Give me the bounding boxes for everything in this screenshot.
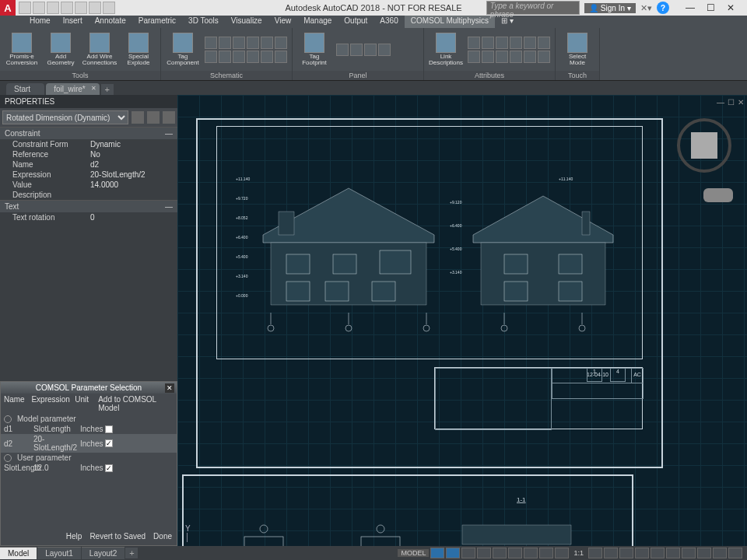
select-mode-button[interactable]: Select Mode [560,33,594,66]
tab-comsol-multiphysics[interactable]: COMSOL Multiphysics [405,16,495,28]
cleanscreen-icon[interactable] [713,548,727,558]
nav-bar[interactable] [703,188,733,202]
qat-save-icon[interactable] [47,2,59,14]
comsol-row-d2[interactable]: d220-SlotLength/2Inches [1,434,177,453]
selectobjects-icon[interactable] [147,111,160,124]
qat-open-icon[interactable] [33,2,45,14]
doc-maximize-icon[interactable]: ☐ [728,98,735,107]
ribbon-small-icon[interactable] [538,37,550,49]
tab-insert[interactable]: Insert [57,16,89,28]
ribbon-small-icon[interactable] [524,51,536,63]
ribbon-small-icon[interactable] [364,44,377,56]
tab-3d-tools[interactable]: 3D Tools [182,16,225,28]
comsol-row-d1[interactable]: d1SlotLengthInches [1,424,177,434]
qat-undo-icon[interactable] [89,2,101,14]
ribbon-small-icon[interactable] [219,37,231,49]
tag-component-button[interactable]: Tag Component [166,33,200,66]
ribbon-small-icon[interactable] [275,37,287,49]
polar-icon[interactable] [477,548,491,558]
customize-icon[interactable] [728,548,742,558]
units-icon[interactable] [635,548,649,558]
ribbon-small-icon[interactable] [468,51,480,63]
add-geometry-button[interactable]: Add Geometry [44,33,78,66]
ribbon-small-icon[interactable] [336,44,349,56]
prop-text-rotation[interactable]: Text rotation0 [0,212,177,222]
user-param-radio[interactable] [4,454,12,462]
revert-to-saved-button[interactable]: Revert to Saved [89,532,146,541]
doctab-foil_wire*[interactable]: foil_wire*✕ [46,83,100,95]
ribbon-small-icon[interactable] [205,37,217,49]
prop-name[interactable]: Named2 [0,159,177,170]
add-wire-connections-button[interactable]: Add Wire Connections [82,33,117,66]
tab-home[interactable]: Home [23,16,57,28]
ribbon-small-icon[interactable] [482,51,494,63]
ribbon-small-icon[interactable] [510,51,522,63]
qat-redo-icon[interactable] [103,2,115,14]
ribbon-small-icon[interactable] [247,37,259,49]
tab-visualize[interactable]: Visualize [225,16,268,28]
tab-manage[interactable]: Manage [297,16,338,28]
lockui-icon[interactable] [666,548,680,558]
snap-icon[interactable] [446,548,460,558]
ribbon-small-icon[interactable] [496,37,508,49]
comsol-check[interactable] [105,464,113,472]
ribbon-small-icon[interactable] [482,37,494,49]
doctab-close-icon[interactable]: ✕ [91,85,96,92]
add-layout-button[interactable]: + [125,548,138,558]
section-constraint[interactable]: Constraint— [0,127,177,139]
comsol-check[interactable] [105,439,113,447]
pickadd-icon[interactable] [163,111,175,124]
add-doctab-button[interactable]: + [101,84,114,95]
hardware-icon[interactable] [697,548,711,558]
special-explode-button[interactable]: Special Explode [121,33,156,66]
qat-plot-icon[interactable] [75,2,87,14]
isolate-icon[interactable] [682,548,696,558]
tab-output[interactable]: Output [338,16,374,28]
ribbon-small-icon[interactable] [275,51,287,63]
tab-annotate[interactable]: Annotate [89,16,132,28]
prop-constraint-form[interactable]: Constraint FormDynamic [0,139,177,149]
ribbon-small-icon[interactable] [261,37,273,49]
grid-icon[interactable] [430,548,444,558]
drawing-canvas[interactable]: —☐✕ [177,95,747,546]
prop-reference[interactable]: ReferenceNo [0,149,177,159]
layout-tab-layout2[interactable]: Layout2 [82,547,125,559]
tab-parametric[interactable]: Parametric [132,16,182,28]
close-button[interactable]: ✕ [725,2,736,13]
3dosnap-icon[interactable] [508,548,522,558]
comsol-close-icon[interactable]: ✕ [165,383,174,393]
minimize-button[interactable]: — [685,2,696,13]
link-descriptions-button[interactable]: Link Descriptions [429,33,463,66]
prop-value[interactable]: Value14.0000 [0,180,177,190]
tab-a360[interactable]: A360 [374,16,404,28]
promis-e-conversion-button[interactable]: Promis·e Conversion [5,33,39,66]
ribbon-small-icon[interactable] [496,51,508,63]
transparency-icon[interactable] [555,548,569,558]
ribbon-small-icon[interactable] [350,44,363,56]
viewcube[interactable] [677,118,731,173]
anno-scale[interactable]: 1:1 [570,549,587,557]
ribbon-small-icon[interactable] [219,51,231,63]
doc-minimize-icon[interactable]: — [717,98,724,107]
signin-button[interactable]: 👤Sign In ▾ [584,3,636,13]
doctab-start[interactable]: Start [6,83,44,95]
prop-description[interactable]: Description [0,190,177,200]
tag-footprint-button[interactable]: Tag Footprint [297,33,331,66]
ribbon-small-icon[interactable] [233,37,245,49]
app-logo[interactable]: A [0,0,16,16]
ribbon-small-icon[interactable] [538,51,550,63]
lineweight-icon[interactable] [539,548,553,558]
layout-tab-layout1[interactable]: Layout1 [37,547,81,559]
model-space-button[interactable]: MODEL [398,549,429,557]
ribbon-small-icon[interactable] [510,37,522,49]
quickselect-icon[interactable] [132,111,144,124]
qat-new-icon[interactable] [19,2,31,14]
ribbon-small-icon[interactable] [247,51,259,63]
annomonitor-icon[interactable] [619,548,633,558]
ribbon-small-icon[interactable] [524,37,536,49]
exchange-icon[interactable]: ✕▾ [640,3,652,13]
osnap-icon[interactable] [493,548,507,558]
section-text[interactable]: Text— [0,200,177,212]
ribbon-small-icon[interactable] [468,37,480,49]
doc-close-icon[interactable]: ✕ [738,98,744,107]
